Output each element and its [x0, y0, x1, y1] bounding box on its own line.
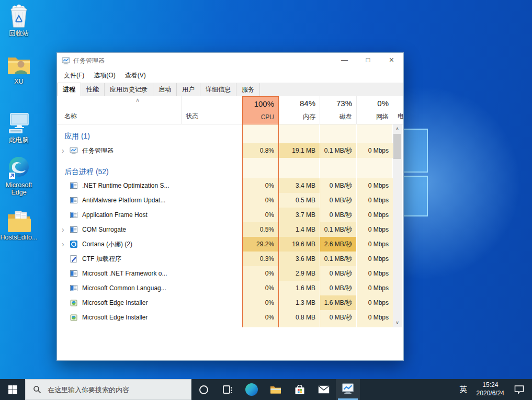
desktop-icon-hosts-folder[interactable]: HostsEdito...	[0, 207, 40, 241]
vertical-scrollbar-thumb[interactable]	[393, 134, 401, 159]
generic-app-icon	[70, 225, 78, 234]
file-explorer-button[interactable]	[264, 379, 288, 400]
process-row[interactable]: ›Cortana (小娜) (2)29.2%19.6 MB2.6 MB/秒0 M…	[57, 237, 393, 252]
start-button[interactable]	[0, 379, 25, 400]
ctf-icon	[70, 255, 78, 263]
generic-app-icon	[70, 181, 78, 190]
row-expand-icon[interactable]: ›	[62, 143, 64, 158]
mail-icon	[318, 385, 330, 394]
process-row[interactable]: AntiMalware Platform Updat...0%0.5 MB0 M…	[57, 193, 393, 208]
process-group-header[interactable]: 后台进程 (52)	[57, 158, 393, 178]
column-usage-percent: 100%	[254, 99, 274, 108]
task-manager-window: 任务管理器 — □ × 文件(F)选项(O)查看(V) 进程性能应用历史记录启动…	[56, 52, 404, 361]
process-row[interactable]: ›任务管理器0.8%19.1 MB0.1 MB/秒0 Mbps	[57, 143, 393, 158]
taskbar-search-box[interactable]	[25, 379, 191, 400]
tab-用户[interactable]: 用户	[177, 83, 200, 96]
process-group-header[interactable]: 应用 (1)	[57, 124, 393, 143]
clock[interactable]: 15:24 2020/6/24	[472, 381, 508, 398]
column-header-power-clipped[interactable]: 电	[398, 112, 403, 121]
task-manager-taskbar-button[interactable]	[336, 379, 360, 400]
process-cell-network: 0 Mbps	[357, 310, 393, 325]
desktop-icon-this-pc[interactable]: 此电脑	[0, 110, 40, 144]
close-button[interactable]: ×	[380, 53, 403, 68]
scroll-up-icon[interactable]: ∧	[393, 124, 402, 133]
desktop-icon-edge[interactable]: Microsoft Edge	[0, 155, 40, 197]
process-name: COM Surrogate	[82, 222, 234, 237]
generic-app-icon	[70, 211, 78, 219]
process-row[interactable]: Microsoft Common Languag...0%1.6 MB0 MB/…	[57, 281, 393, 295]
taskmgr-icon	[70, 146, 78, 155]
title-bar[interactable]: 任务管理器 — □ ×	[57, 53, 403, 68]
process-cell-disk: 0 MB/秒	[320, 193, 356, 208]
menu-item[interactable]: 选项(O)	[89, 68, 120, 83]
tab-进程[interactable]: 进程	[57, 83, 81, 96]
process-row[interactable]: Microsoft .NET Framework o...0%2.9 MB0 M…	[57, 266, 393, 281]
process-row[interactable]: .NET Runtime Optimization S...0%3.4 MB0 …	[57, 178, 393, 193]
column-usage-percent: 0%	[377, 99, 389, 108]
vertical-scrollbar[interactable]: ∧ ∨	[393, 124, 402, 327]
mail-button[interactable]	[312, 379, 336, 400]
column-header-status[interactable]: 状态	[186, 112, 198, 121]
desktop: 回收站XU此电脑Microsoft EdgeHostsEdito... 任务管理…	[0, 0, 532, 400]
generic-app-icon	[70, 284, 78, 292]
process-cell-network: 0 Mbps	[357, 237, 393, 252]
row-expand-icon[interactable]: ›	[62, 222, 64, 237]
column-header-name[interactable]: 名称	[64, 112, 77, 121]
process-row[interactable]: Microsoft Edge Installer0%1.3 MB1.6 MB/秒…	[57, 295, 393, 310]
action-center-button[interactable]	[508, 385, 532, 394]
task-view-button[interactable]	[216, 379, 240, 400]
process-cell-network: 0 Mbps	[357, 178, 393, 193]
edge-taskbar-button[interactable]	[240, 379, 264, 400]
process-cell-network: 0 Mbps	[357, 143, 393, 158]
minimize-button[interactable]: —	[333, 53, 356, 68]
scroll-down-icon[interactable]: ∨	[393, 318, 402, 327]
process-row[interactable]: Application Frame Host0%3.7 MB0 MB/秒0 Mb…	[57, 208, 393, 222]
menu-item[interactable]: 查看(V)	[120, 68, 151, 83]
process-row[interactable]: Microsoft Edge Installer0%0.8 MB0 MB/秒0 …	[57, 310, 393, 325]
desktop-icon-recycle-bin[interactable]: 回收站	[0, 3, 40, 37]
tab-应用历史记录[interactable]: 应用历史记录	[105, 83, 153, 96]
file-explorer-icon	[270, 385, 281, 394]
edge-installer-icon	[70, 299, 78, 307]
sort-ascending-icon[interactable]: ∧	[135, 97, 140, 104]
language-indicator[interactable]: 英	[455, 385, 472, 394]
cortana-icon	[199, 385, 208, 394]
column-header-内存[interactable]: 84%内存	[279, 96, 320, 124]
process-cell-cpu: 0.3%	[243, 252, 278, 266]
cortana-button[interactable]	[191, 379, 216, 400]
table-header: ∧ 名称 状态 电 100%CPU84%内存73%磁盘0%网络	[57, 96, 403, 124]
process-cell-cpu: 0.8%	[243, 143, 278, 158]
column-label: 网络	[376, 112, 389, 121]
tab-服务[interactable]: 服务	[236, 83, 260, 96]
task-manager-icon	[342, 382, 354, 397]
column-header-磁盘[interactable]: 73%磁盘	[320, 96, 356, 124]
process-cell-network: 0 Mbps	[357, 266, 393, 281]
window-title: 任务管理器	[73, 56, 105, 65]
menu-item[interactable]: 文件(F)	[59, 68, 89, 83]
tab-启动[interactable]: 启动	[153, 83, 177, 96]
process-row[interactable]: ›COM Surrogate0.5%1.4 MB0.1 MB/秒0 Mbps	[57, 222, 393, 237]
process-cell-network: 0 Mbps	[357, 193, 393, 208]
process-cell-cpu: 0%	[243, 266, 278, 281]
search-icon	[33, 385, 41, 394]
edge-installer-icon	[70, 313, 78, 322]
process-row[interactable]: CTF 加载程序0.3%3.6 MB0.1 MB/秒0 Mbps	[57, 252, 393, 266]
tab-详细信息[interactable]: 详细信息	[200, 83, 236, 96]
column-header-CPU[interactable]: 100%CPU	[242, 96, 279, 124]
recycle-bin-icon	[0, 3, 40, 28]
cortana-icon	[70, 240, 78, 248]
tab-性能[interactable]: 性能	[81, 83, 105, 96]
desktop-icon-user-folder[interactable]: XU	[0, 51, 40, 85]
store-button[interactable]	[288, 379, 312, 400]
row-expand-icon[interactable]: ›	[62, 237, 64, 252]
column-header-网络[interactable]: 0%网络	[356, 96, 393, 124]
generic-app-icon	[70, 269, 78, 278]
process-cell-cpu: 0%	[243, 295, 278, 310]
process-cell-cpu: 0%	[243, 178, 278, 193]
process-cell-cpu: 29.2%	[243, 237, 278, 252]
process-cell-network: 0 Mbps	[357, 222, 393, 237]
process-cell-memory: 3.6 MB	[279, 252, 320, 266]
maximize-button[interactable]: □	[356, 53, 380, 68]
search-input[interactable]	[47, 385, 177, 394]
desktop-icon-label: 回收站	[0, 30, 40, 37]
